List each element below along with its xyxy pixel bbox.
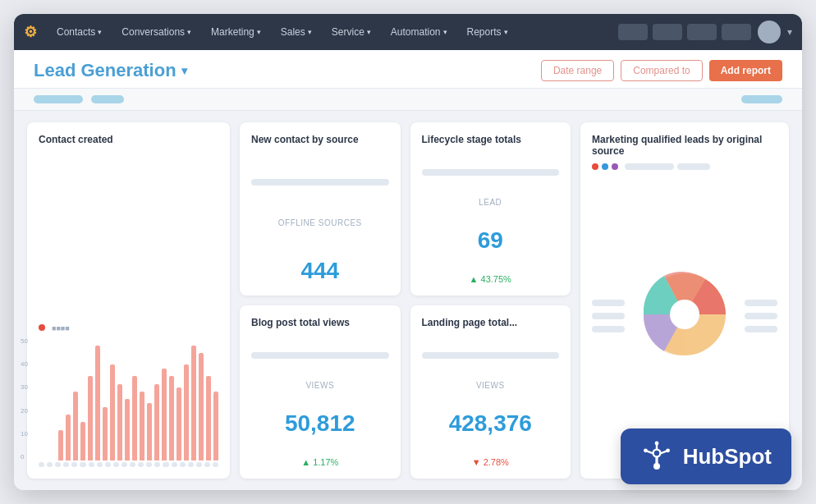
- nav-pills: [618, 24, 751, 40]
- x-axis-label: [163, 462, 168, 467]
- landing-down-arrow-icon: ▼: [472, 457, 481, 467]
- new-contact-subtitle: OFFLINE SOURCES: [251, 218, 389, 227]
- nav-conversations[interactable]: Conversations ▾: [115, 23, 198, 41]
- x-axis-label: [204, 462, 210, 467]
- x-axis: [39, 462, 218, 467]
- contacts-chevron-icon: ▾: [98, 28, 102, 36]
- legend-label-1: ■■■■: [52, 324, 70, 332]
- landing-page-title: Landing page total...: [422, 317, 560, 328]
- nav-automation[interactable]: Automation ▾: [384, 23, 454, 41]
- nav-logo: ⚙: [24, 23, 37, 41]
- bar: [88, 376, 93, 460]
- bar: [110, 364, 115, 460]
- date-range-button[interactable]: Date range: [541, 60, 614, 81]
- blog-up-arrow-icon: ▲: [301, 457, 310, 467]
- bar: [147, 403, 152, 460]
- bar: [125, 399, 130, 460]
- landing-page-value: 428,376: [422, 410, 560, 437]
- nav-pill-4[interactable]: [722, 24, 751, 40]
- hubspot-badge: HubSpot: [621, 428, 791, 484]
- compared-to-button[interactable]: Compared to: [621, 60, 702, 81]
- bar: [176, 387, 181, 460]
- lifecycle-subtitle: LEAD: [422, 198, 560, 207]
- landing-page-bar: [422, 352, 560, 359]
- bar: [154, 384, 159, 460]
- up-arrow-icon: ▲: [470, 274, 479, 284]
- nav-pill-3[interactable]: [687, 24, 717, 40]
- bar: [73, 392, 78, 460]
- nav-reports[interactable]: Reports ▾: [461, 23, 515, 41]
- x-axis-label: [55, 462, 61, 467]
- filter-pill-1: [34, 95, 83, 103]
- hubspot-logo-icon: [640, 440, 673, 473]
- filter-pill-2: [91, 95, 124, 103]
- lifecycle-bar: [422, 169, 560, 176]
- add-report-button[interactable]: Add report: [709, 60, 782, 81]
- svg-point-1: [670, 300, 699, 329]
- x-axis-label: [97, 462, 103, 467]
- x-axis-label: [47, 462, 53, 467]
- x-axis-label: [63, 462, 69, 467]
- pie-legend-left: [592, 300, 625, 332]
- x-axis-label: [180, 462, 186, 467]
- nav-contacts[interactable]: Contacts ▾: [50, 23, 108, 41]
- blog-post-change: ▲ 1.17%: [251, 457, 389, 467]
- landing-page-change: ▼ 2.78%: [422, 457, 560, 467]
- landing-page-subtitle: VIEWS: [422, 381, 560, 390]
- nav-sales[interactable]: Sales ▾: [274, 23, 319, 41]
- reports-chevron-icon: ▾: [504, 28, 508, 36]
- chart-area: ■■■■ 50 40 30 20 10 0: [39, 152, 218, 467]
- page-header: Lead Generation ▾ Date range Compared to…: [14, 50, 802, 89]
- svg-point-9: [654, 442, 658, 446]
- nav-marketing[interactable]: Marketing ▾: [204, 23, 268, 41]
- x-axis-label: [80, 462, 85, 467]
- cards-grid: Contact created ■■■■ 50 40 30 20 10: [27, 122, 789, 479]
- blog-post-title: Blog post total views: [251, 317, 389, 328]
- contact-created-title: Contact created: [39, 134, 218, 145]
- bar: [162, 369, 167, 460]
- mql-title: Marketing qualified leads by original so…: [592, 134, 777, 157]
- x-axis-label: [39, 462, 44, 467]
- x-axis-label: [113, 462, 119, 467]
- new-contact-value: 444: [251, 258, 389, 284]
- bar: [140, 392, 144, 460]
- nav-bar: ⚙ Contacts ▾ Conversations ▾ Marketing ▾…: [14, 14, 802, 50]
- pie-legend-right: [745, 300, 777, 332]
- svg-point-3: [653, 451, 658, 456]
- svg-point-8: [653, 463, 660, 470]
- x-axis-label: [71, 462, 77, 467]
- x-axis-label: [89, 462, 94, 467]
- x-axis-label: [105, 462, 111, 467]
- lifecycle-value: 69: [422, 227, 560, 254]
- pie-area: [592, 176, 777, 456]
- mql-card: Marketing qualified leads by original so…: [580, 122, 789, 479]
- lifecycle-title: Lifecycle stage totals: [422, 134, 560, 145]
- nav-avatar[interactable]: [758, 21, 781, 44]
- blog-post-subtitle: VIEWS: [251, 381, 389, 390]
- bar: [184, 364, 189, 460]
- nav-service[interactable]: Service ▾: [325, 23, 378, 41]
- new-contact-card: New contact by source OFFLINE SOURCES 44…: [240, 122, 401, 296]
- x-axis-label: [213, 462, 218, 467]
- new-contact-bar: [251, 179, 389, 186]
- nav-pill-2[interactable]: [653, 24, 682, 40]
- bar: [213, 392, 218, 460]
- nav-pill-1[interactable]: [618, 24, 648, 40]
- bar: [80, 422, 85, 460]
- x-axis-label: [121, 462, 127, 467]
- blog-post-card: Blog post total views VIEWS 50,812 ▲ 1.1…: [240, 305, 401, 479]
- bar: [169, 376, 174, 460]
- bar: [191, 346, 196, 460]
- svg-point-10: [644, 448, 648, 452]
- x-axis-label: [138, 462, 144, 467]
- page-title-caret-icon[interactable]: ▾: [181, 64, 187, 77]
- svg-point-11: [666, 448, 670, 452]
- landing-page-card: Landing page total... VIEWS 428,376 ▼ 2.…: [410, 305, 571, 479]
- conversations-chevron-icon: ▾: [187, 28, 191, 36]
- nav-account-caret: ▾: [787, 26, 792, 38]
- filter-pill-right: [741, 95, 782, 103]
- x-axis-label: [154, 462, 160, 467]
- x-axis-label: [188, 462, 194, 467]
- blog-post-bar: [251, 352, 389, 359]
- y-axis: 50 40 30 20 10 0: [21, 337, 28, 460]
